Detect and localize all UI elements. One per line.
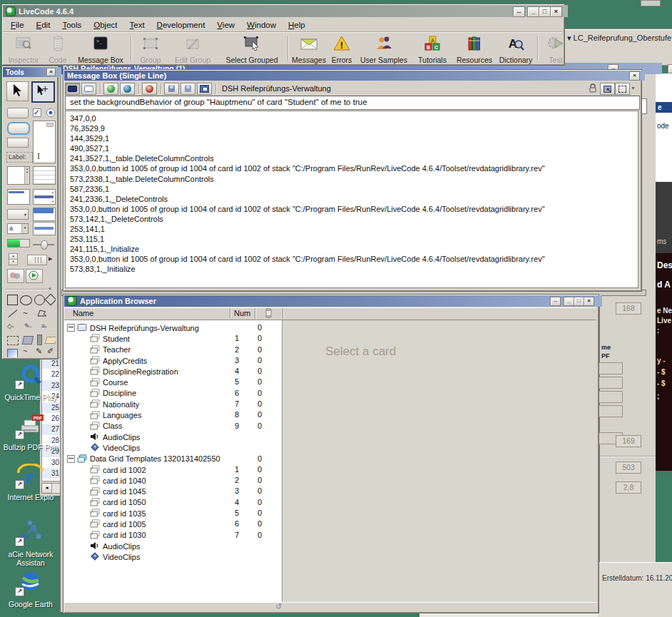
checkbox-tool[interactable]: ✓ xyxy=(33,108,41,117)
tree-row[interactable]: card id 1050 4 0 xyxy=(64,497,282,508)
empty-field[interactable] xyxy=(597,362,623,374)
tree-row[interactable]: VideoClips xyxy=(64,442,282,453)
spray-can-tool[interactable] xyxy=(37,335,42,345)
close-icon[interactable]: × xyxy=(46,68,56,76)
message-box-titlebar[interactable]: Message Box (Single Line) xyxy=(64,71,645,81)
minimize-button[interactable]: _ xyxy=(527,6,539,17)
button-tool[interactable] xyxy=(7,108,29,118)
browse-tool[interactable] xyxy=(6,81,29,101)
back-scripts-button[interactable] xyxy=(180,83,195,95)
single-line-mode-button[interactable] xyxy=(65,83,80,95)
pending-messages-button[interactable] xyxy=(142,83,157,95)
column-divider[interactable] xyxy=(230,308,230,319)
desktop-icon[interactable]: PDF e ↗ Google Earth xyxy=(0,571,61,608)
select-grouped-button[interactable]: Select Grouped xyxy=(218,34,286,63)
global-properties-button[interactable] xyxy=(103,83,118,95)
gradient-tool[interactable] xyxy=(7,349,18,357)
menu-object[interactable]: Object xyxy=(91,19,120,31)
errors-button[interactable]: ! Errors xyxy=(327,34,356,63)
desktop-icon[interactable]: PDF e ↗ Bullzip PDF Prin xyxy=(0,414,61,452)
play-arrow-icon[interactable]: ▶ xyxy=(49,256,52,261)
progress-bar-tool[interactable] xyxy=(7,239,30,248)
empty-field[interactable] xyxy=(597,391,623,403)
minimize-button[interactable]: _ xyxy=(668,64,672,73)
code-button[interactable]: Code xyxy=(44,34,72,63)
application-browser-titlebar[interactable]: Application Browser xyxy=(64,295,602,307)
pulldown-panel-tool[interactable] xyxy=(33,208,56,221)
script-column-header-icon[interactable] xyxy=(264,308,273,321)
expander-icon[interactable] xyxy=(67,455,75,463)
curve-tool[interactable]: ~ xyxy=(23,309,28,317)
chevron-down-icon[interactable]: ▼ xyxy=(631,86,636,91)
tree-row[interactable]: card id 1005 6 0 xyxy=(64,519,282,529)
empty-field[interactable] xyxy=(597,377,623,389)
inspector-button[interactable]: Inspector xyxy=(4,34,44,63)
resources-button[interactable]: Resources xyxy=(453,34,496,63)
line-tool[interactable] xyxy=(9,310,18,317)
tree-row[interactable]: AudioClips xyxy=(64,541,282,551)
global-variables-button[interactable] xyxy=(120,83,135,95)
maximize-button[interactable]: □ xyxy=(539,6,551,17)
tools-palette-titlebar[interactable]: Tools × xyxy=(3,67,61,77)
scrolling-list-tool[interactable] xyxy=(33,222,56,235)
desktop-icon[interactable]: PDF e ↗ aCie Network Assistan xyxy=(0,521,61,567)
message-box-command-input[interactable]: set the backgroundBehavior of group "Hau… xyxy=(65,96,640,110)
tree-row[interactable]: DisciplineRegistration 4 0 xyxy=(64,366,282,377)
tree-row[interactable]: VideoClips xyxy=(64,551,282,562)
stepper-tool[interactable]: ▲▼ xyxy=(9,253,18,265)
diamond-tool[interactable] xyxy=(45,294,56,306)
rectangle-tool[interactable] xyxy=(7,295,18,305)
menu-edit[interactable]: Edit xyxy=(34,19,54,31)
menu-help[interactable]: Help xyxy=(285,19,308,31)
front-scripts-button[interactable] xyxy=(164,83,179,95)
combo-box-tool[interactable]: a▾ xyxy=(7,223,29,234)
tree-row[interactable]: card id 1045 3 0 xyxy=(64,486,282,496)
select-area-tool[interactable] xyxy=(7,336,19,345)
select-mode-button[interactable]: ↖ xyxy=(600,83,615,95)
circle-tool[interactable] xyxy=(34,295,45,305)
label-tool[interactable]: Label: xyxy=(6,152,33,163)
user-samples-button[interactable]: User Samples xyxy=(356,34,412,63)
tree-row[interactable]: Teacher 2 0 xyxy=(64,345,282,355)
flat-button-tool[interactable] xyxy=(7,138,29,148)
ibeam-cursor-icon[interactable]: I xyxy=(37,152,40,160)
stack-selector-dropdown[interactable]: DSH Reifeprüfungs-Verwaltung xyxy=(222,84,331,93)
bucket-fill-tool[interactable] xyxy=(22,336,34,345)
main-titlebar[interactable]: LiveCode 4.6.4 xyxy=(3,5,568,17)
dictionary-button[interactable]: A Dictionary xyxy=(496,34,536,63)
tutorials-button[interactable]: ABC Tutorials xyxy=(412,34,453,63)
list-field-tool[interactable] xyxy=(7,189,30,205)
lasso-tool[interactable]: ~ xyxy=(23,347,27,355)
lines-dropdown-tool[interactable]: ≡▾ xyxy=(41,323,47,330)
eraser-tool[interactable] xyxy=(44,337,56,344)
edit-tool[interactable] xyxy=(31,81,55,103)
edit-group-button[interactable]: Edit Group xyxy=(168,34,218,63)
tree-row[interactable]: Student 1 0 xyxy=(64,333,282,344)
lock-icon[interactable] xyxy=(589,83,597,96)
restore-button[interactable]: ↔ xyxy=(513,6,525,17)
dropdown-menu-tool[interactable]: ▾ xyxy=(7,209,29,220)
test-button[interactable]: Test xyxy=(540,34,571,63)
tree-row[interactable]: Nationality 7 0 xyxy=(64,399,282,409)
numeric-field[interactable]: 503 xyxy=(616,462,641,474)
oval-tool[interactable] xyxy=(20,295,32,305)
tree-row[interactable]: DSH Reifeprüfungs-Verwaltung 0 xyxy=(64,322,282,333)
player-tool[interactable] xyxy=(26,269,43,283)
radio-tool[interactable] xyxy=(46,108,55,117)
menu-development[interactable]: Development xyxy=(154,19,208,31)
tree-row[interactable]: Discipline 6 0 xyxy=(64,388,282,399)
list-row-selected[interactable]: e xyxy=(656,102,672,113)
roundrect-button-tool[interactable] xyxy=(7,122,30,135)
close-button[interactable]: × xyxy=(584,297,594,306)
menu-tools[interactable]: Tools xyxy=(59,19,84,31)
card-panel-tool[interactable] xyxy=(33,121,56,163)
image-tool[interactable] xyxy=(7,269,24,283)
menu-text[interactable]: Text xyxy=(126,19,147,31)
maximize-button[interactable]: □ xyxy=(574,297,584,306)
tree-row[interactable]: Data Grid Templates 1320131402550 0 xyxy=(64,454,282,464)
brush-tool[interactable]: ✐ xyxy=(47,347,54,355)
script-editor-tab[interactable]: ▾ LC_Reifeprufung_Oberstufen_Ver xyxy=(567,34,671,43)
desktop-icon[interactable]: PDF e ↗ QuickTime Play xyxy=(0,364,61,402)
expander-icon[interactable] xyxy=(67,324,75,332)
tree-row[interactable]: card id 1030 7 0 xyxy=(64,530,282,541)
